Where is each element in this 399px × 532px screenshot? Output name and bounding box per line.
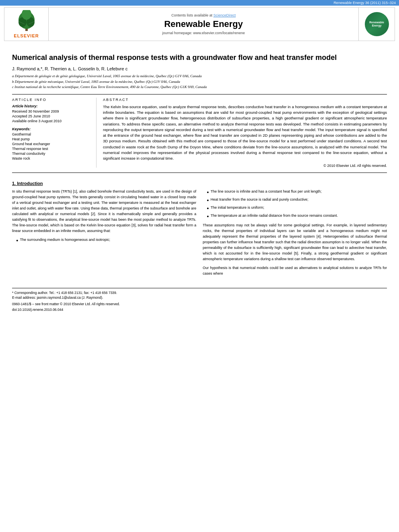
keywords-label: Keywords: (12, 127, 91, 131)
bullet-item-3: ● Heat transfer from the source is radia… (207, 197, 387, 203)
article-history-label: Article history: (12, 104, 91, 108)
journal-name-heading: Renewable Energy (164, 19, 243, 29)
keyword-4: Thermal response test (12, 147, 91, 151)
bullet-dot-3: ● (207, 198, 209, 203)
divider-2 (12, 173, 387, 173)
elsevier-logo: ELSEVIER (14, 10, 39, 38)
issn-footnote: 0960-1481/$ – see front matter © 2010 El… (12, 302, 387, 306)
keyword-6: Waste rock (12, 156, 91, 160)
affiliations: a Département de géologie et de génie gé… (12, 74, 387, 90)
intro-right-column: ● The line source is infinite and has a … (203, 189, 387, 279)
affiliation-c: c Institut national de la recherche scie… (12, 84, 387, 90)
intro-paragraph-1: In situ thermal response tests (TRTs) [1… (12, 189, 196, 234)
copyright-line: © 2010 Elsevier Ltd. All rights reserved… (103, 164, 387, 168)
received-date: Received 30 November 2009 (12, 109, 91, 113)
bullet-dot-5: ● (207, 214, 209, 220)
bullet-item-5: ● The temperature at an infinite radial … (207, 213, 387, 220)
bullet-list-right: ● The line source is infinite and has a … (207, 189, 387, 220)
affiliation-b: b Département de génie mécanique, Univer… (12, 79, 387, 85)
introduction-section: 1. Introduction In situ thermal response… (12, 181, 387, 279)
keyword-1: Geothermal (12, 132, 91, 136)
bullet-item-4: ● The initial temperature is uniform; (207, 205, 387, 212)
journal-homepage-line: journal homepage: www.elsevier.com/locat… (162, 31, 245, 35)
article-info-column: ARTICLE INFO Article history: Received 3… (12, 98, 97, 168)
bullet-item-1: ● The surrounding medium is homogeneous … (16, 237, 196, 244)
article-info-heading: ARTICLE INFO (12, 98, 91, 102)
renewable-energy-logo-section: RenewableEnergy (358, 8, 395, 41)
email-footnote: E-mail address: jasmin.raymond.1@ulaval.… (12, 295, 387, 300)
divider-1 (12, 94, 387, 94)
bullet-dot-4: ● (207, 206, 209, 212)
article-title: Numerical analysis of thermal response t… (12, 53, 387, 62)
bullet-item-2: ● The line source is infinite and has a … (207, 189, 387, 195)
keywords-section: Keywords: Geothermal Heat pump Ground he… (12, 127, 91, 160)
abstract-heading: ABSTRACT (103, 98, 387, 102)
journal-header: ELSEVIER Contents lists available at Sci… (4, 7, 395, 41)
corresponding-author-footnote: * Corresponding author. Tel.: +1 418 656… (12, 290, 387, 296)
intro-two-columns: In situ thermal response tests (TRTs) [1… (12, 189, 387, 279)
elsevier-tree-icon (14, 10, 39, 32)
elsevier-logo-section: ELSEVIER (4, 8, 49, 41)
keyword-5: Thermal conductivity (12, 152, 91, 156)
renewable-energy-logo: RenewableEnergy (365, 12, 389, 36)
doi-footnote: doi:10.1016/j.renene.2010.06.044 (12, 308, 387, 312)
sciencedirect-link[interactable]: ScienceDirect (214, 13, 236, 17)
intro-section-title: 1. Introduction (12, 181, 387, 186)
bullet-dot-2: ● (207, 190, 209, 195)
bullet-dot-1: ● (16, 238, 18, 244)
intro-right-paragraph-2: Our hypothesis is that numerical models … (203, 265, 387, 277)
intro-left-column: In situ thermal response tests (TRTs) [1… (12, 189, 196, 279)
journal-ref-text: Renewable Energy 36 (2011) 315–324 (333, 1, 396, 5)
journal-reference-bar: Renewable Energy 36 (2011) 315–324 (0, 0, 399, 6)
intro-right-paragraph-1: These assumptions may not be always vali… (203, 223, 387, 262)
accepted-date: Accepted 25 June 2010 (12, 114, 91, 118)
keyword-3: Ground heat exchanger (12, 142, 91, 146)
footnotes-area: * Corresponding author. Tel.: +1 418 656… (12, 288, 387, 312)
journal-title-section: Contents lists available at ScienceDirec… (49, 8, 358, 41)
keyword-2: Heat pump (12, 137, 91, 141)
article-info-abstract-section: ARTICLE INFO Article history: Received 3… (12, 98, 387, 168)
elsevier-brand-text: ELSEVIER (14, 33, 39, 38)
abstract-text: The Kelvin line-source equation, used to… (103, 104, 387, 162)
bullet-list-left: ● The surrounding medium is homogeneous … (16, 237, 196, 244)
main-content-area: Numerical analysis of thermal response t… (0, 43, 399, 316)
abstract-column: ABSTRACT The Kelvin line-source equation… (103, 98, 387, 168)
sciencedirect-line: Contents lists available at ScienceDirec… (171, 13, 236, 17)
online-date: Available online 3 August 2010 (12, 119, 91, 123)
affiliation-a: a Département de géologie et de génie gé… (12, 74, 387, 79)
authors-line: J. Raymond a,*, R. Therrien a, L. Gossel… (12, 66, 387, 71)
